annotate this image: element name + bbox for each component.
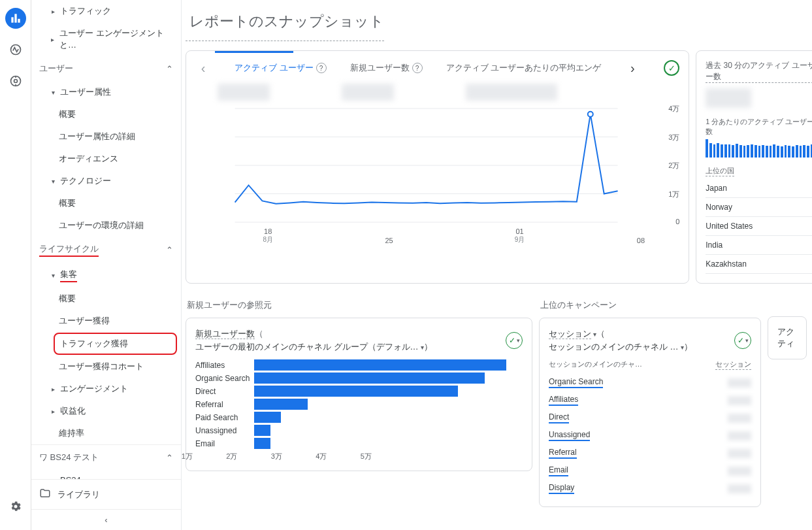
chevron-down-icon <box>48 272 57 279</box>
sidebar-item-engagement-trunc[interactable]: ユーザー エンゲージメントと… <box>31 22 181 56</box>
section-title-campaigns: 上位のキャンペーン <box>540 299 761 311</box>
dropdown-icon[interactable] <box>591 329 596 339</box>
sidebar-label: テクノロジー <box>60 175 111 187</box>
sidebar-label: 概要 <box>59 197 76 209</box>
page-title: レポートのスナップショット <box>186 0 384 41</box>
sidebar-label: ユーザー エンゲージメントと… <box>59 27 173 51</box>
main-content: レポートのスナップショット ‹ アクティブ ユーザー? 新規ユーザー数? アクテ… <box>182 0 812 530</box>
sidebar-section-user[interactable]: ユーザー⌃ <box>31 56 181 81</box>
sidebar-item-user-attr-detail[interactable]: ユーザー属性の詳細 <box>31 125 181 148</box>
sidebar-label: 概要 <box>59 293 76 305</box>
sidebar-item-tech-detail[interactable]: ユーザーの環境の詳細 <box>31 214 181 237</box>
help-icon[interactable]: ? <box>412 63 423 73</box>
blurred-value <box>706 88 751 108</box>
help-icon[interactable]: ? <box>316 63 327 73</box>
sidebar-label: トラフィック獲得 <box>60 338 128 350</box>
table-row[interactable]: Affiliates <box>549 391 751 409</box>
explore-icon[interactable] <box>5 39 26 60</box>
sidebar-item-engagement[interactable]: エンゲージメント <box>31 378 181 400</box>
folder-icon <box>39 488 51 501</box>
table-row[interactable]: Direct <box>549 409 751 427</box>
sidebar-item-overview[interactable]: 概要 <box>31 103 181 125</box>
campaigns-card: セッション（ セッションのメインのチャネル … ） ✓ セッションのメインのチャ… <box>539 318 761 507</box>
gear-icon[interactable] <box>5 496 26 517</box>
metric-tab-active-users[interactable]: アクティブ ユーザー? <box>235 62 327 74</box>
country-row[interactable]: Kazakhstan <box>706 255 812 274</box>
reports-icon[interactable] <box>5 8 26 29</box>
icon-rail <box>0 0 31 530</box>
svg-rect-1 <box>14 14 16 22</box>
sidebar-item-user-acq-cohort[interactable]: ユーザー獲得コホート <box>31 356 181 378</box>
collapse-sidebar-button[interactable]: ‹ <box>31 509 181 530</box>
sidebar-label: 維持率 <box>59 427 84 439</box>
country-row[interactable]: Norway <box>706 198 812 217</box>
svg-point-11 <box>588 112 593 117</box>
next-arrow-button[interactable]: › <box>625 60 640 76</box>
sidebar-item-monetization[interactable]: 収益化 <box>31 400 181 422</box>
check-dropdown-button[interactable]: ✓ <box>506 332 523 349</box>
sidebar-item-tech-overview[interactable]: 概要 <box>31 192 181 214</box>
dropdown-icon[interactable] <box>421 342 424 352</box>
sidebar-item-user-acq[interactable]: ユーザー獲得 <box>31 310 181 332</box>
prev-arrow-button[interactable]: ‹ <box>195 60 211 76</box>
metric-label: 新規ユーザー数 <box>350 62 410 74</box>
country-row[interactable]: India <box>706 236 812 255</box>
admin-icon[interactable] <box>5 71 26 91</box>
table-row[interactable]: Unassigned <box>549 427 751 444</box>
metric-tab-avg-engagement[interactable]: アクティブ ユーザーあたりの平均エンゲ <box>446 62 602 74</box>
sidebar-label: トラフィック <box>60 5 111 17</box>
sidebar-item-retention[interactable]: 維持率 <box>31 422 181 444</box>
bar-row: Organic Search <box>195 373 523 384</box>
sidebar-item-audience[interactable]: オーディエンス <box>31 148 181 170</box>
chevron-left-icon: ‹ <box>105 515 107 525</box>
table-row[interactable]: Email <box>549 462 751 480</box>
table-row[interactable]: Display <box>549 480 751 497</box>
chevron-up-icon: ⌃ <box>166 245 173 255</box>
sidebar-section-lifecycle[interactable]: ライフサイクル⌃ <box>31 237 181 263</box>
sidebar-item-library[interactable]: ライブラリ <box>31 479 181 509</box>
sidebar-label: ワ BS24 テスト <box>39 452 99 463</box>
sidebar-item-traffic-acq[interactable]: トラフィック獲得 <box>54 333 177 355</box>
chevron-up-icon: ⌃ <box>166 453 173 463</box>
barcard-title: セッション（ セッションのメインのチャネル … ） <box>549 327 692 353</box>
line-chart: 01万2万3万4万188月25019月08 <box>195 105 679 242</box>
blurred-value <box>466 84 557 101</box>
sidebar-label: ユーザーの環境の詳細 <box>59 220 144 231</box>
sidebar-label: ユーザー獲得コホート <box>59 361 144 373</box>
check-dropdown-button[interactable]: ✓ <box>734 332 751 349</box>
table-row[interactable]: Organic Search <box>549 374 751 391</box>
country-row[interactable]: United States <box>706 217 812 236</box>
chevron-right-icon <box>48 386 57 393</box>
sparkline-chart <box>706 139 812 157</box>
check-icon[interactable]: ✓ <box>664 60 679 76</box>
metric-tab-new-users[interactable]: 新規ユーザー数? <box>350 62 423 74</box>
realtime-title: 過去 30 分のアクティブ ユーザー数 <box>706 60 812 83</box>
table-row[interactable]: Referral <box>549 444 751 462</box>
sidebar-item-acq-overview[interactable]: 概要 <box>31 288 181 310</box>
svg-point-5 <box>14 80 17 83</box>
sidebar-item-user-attr[interactable]: ユーザー属性 <box>31 81 181 103</box>
metric-label: アクティブ ユーザーあたりの平均エンゲ <box>446 62 602 74</box>
sidebar-label: ユーザー属性 <box>60 86 111 98</box>
chevron-right-icon <box>48 8 57 15</box>
sidebar-item-bs24[interactable]: BS24 <box>31 470 181 479</box>
sidebar-item-tech[interactable]: テクノロジー <box>31 170 181 192</box>
sidebar-item-traffic[interactable]: トラフィック <box>31 0 181 22</box>
sidebar-label: ユーザー獲得 <box>59 315 110 327</box>
realtime-card: 過去 30 分のアクティブ ユーザー数 1 分あたりのアクティブ ユーザー数 上… <box>696 50 812 284</box>
peek-label: アクティ <box>777 327 794 348</box>
sidebar-item-acquisition[interactable]: 集客 <box>31 263 181 288</box>
sidebar-label: BS24 <box>60 475 81 479</box>
new-users-card: 新規ユーザー数（ ユーザーの最初のメインのチャネル グループ（デフォル… ） ✓… <box>186 318 532 471</box>
chevron-right-icon <box>48 36 57 43</box>
sidebar-section-workspace[interactable]: ワ BS24 テスト⌃ <box>31 444 181 470</box>
barcard-title: 新規ユーザー数（ ユーザーの最初のメインのチャネル グループ（デフォル… ） <box>195 327 432 353</box>
country-row[interactable]: Japan <box>706 179 812 198</box>
sidebar-label: 概要 <box>59 108 76 120</box>
dropdown-icon[interactable] <box>681 342 684 352</box>
bar-row: Referral <box>195 399 523 410</box>
table-header: セッションのメインのチャ… セッション <box>549 359 751 370</box>
bar-row: Direct <box>195 386 523 397</box>
bar-chart: AffiliatesOrganic SearchDirectReferralPa… <box>195 359 523 449</box>
sidebar-label: 収益化 <box>60 405 86 417</box>
